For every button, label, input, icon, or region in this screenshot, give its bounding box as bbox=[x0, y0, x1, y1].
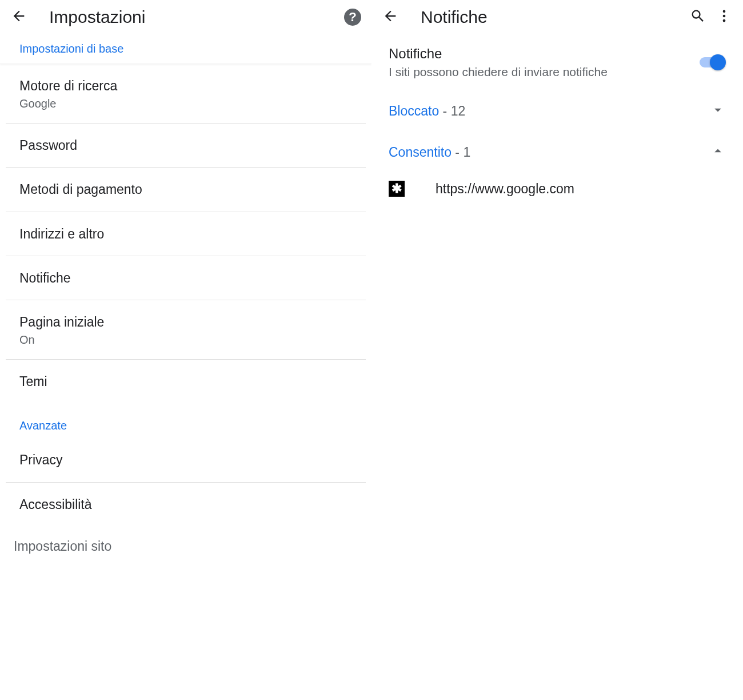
notifications-switch[interactable] bbox=[697, 54, 726, 70]
row-title: Metodi di pagamento bbox=[19, 180, 352, 198]
row-title: Temi bbox=[19, 372, 352, 391]
site-favicon-icon: ✱ bbox=[389, 181, 405, 197]
toggle-title: Notifiche bbox=[389, 46, 697, 62]
blocked-count: 12 bbox=[451, 104, 466, 118]
row-title: Accessibilità bbox=[19, 495, 352, 514]
row-search-engine[interactable]: Motore di ricerca Google bbox=[6, 64, 366, 124]
blocked-text: Bloccato bbox=[389, 104, 439, 118]
chevron-down-icon bbox=[710, 102, 726, 120]
settings-pane: Impostazioni ? Impostazioni di base Moto… bbox=[0, 0, 372, 700]
allowed-text: Consentito bbox=[389, 145, 452, 160]
arrow-back-icon bbox=[382, 8, 398, 26]
row-title: Indirizzi e altro bbox=[19, 225, 352, 243]
settings-list-basic: Motore di ricerca Google Password Metodi… bbox=[0, 64, 372, 403]
svg-point-1 bbox=[723, 15, 726, 18]
search-button[interactable] bbox=[685, 4, 711, 30]
help-button[interactable]: ? bbox=[339, 4, 366, 30]
svg-point-0 bbox=[723, 10, 726, 13]
page-title: Impostazioni bbox=[49, 7, 339, 27]
site-url: https://www.google.com bbox=[436, 181, 574, 197]
row-value: On bbox=[19, 333, 352, 347]
row-title: Password bbox=[19, 136, 352, 154]
row-password[interactable]: Password bbox=[6, 124, 366, 168]
more-vert-icon bbox=[716, 8, 732, 26]
blocked-group[interactable]: Bloccato - 12 bbox=[372, 90, 743, 132]
chevron-up-icon bbox=[710, 143, 726, 161]
row-title: Privacy bbox=[19, 451, 352, 469]
row-title: Notifiche bbox=[19, 269, 352, 287]
notifications-pane: Notifiche Notifiche I siti possono chied… bbox=[372, 0, 743, 700]
help-icon: ? bbox=[344, 9, 361, 26]
back-button[interactable] bbox=[6, 4, 32, 30]
allowed-group[interactable]: Consentito - 1 bbox=[372, 132, 743, 173]
row-title: Motore di ricerca bbox=[19, 77, 352, 95]
more-button[interactable] bbox=[711, 4, 737, 30]
svg-point-2 bbox=[723, 19, 726, 22]
row-value: Google bbox=[19, 97, 352, 110]
row-site-settings[interactable]: Impostazioni sito bbox=[0, 526, 372, 554]
back-button[interactable] bbox=[377, 4, 404, 30]
arrow-back-icon bbox=[11, 8, 27, 26]
blocked-label: Bloccato - 12 bbox=[389, 104, 710, 119]
settings-appbar: Impostazioni ? bbox=[0, 0, 372, 34]
page-title: Notifiche bbox=[421, 7, 685, 27]
switch-thumb bbox=[710, 54, 726, 70]
row-title: Pagina iniziale bbox=[19, 313, 352, 331]
row-payment-methods[interactable]: Metodi di pagamento bbox=[6, 168, 366, 212]
row-notifications[interactable]: Notifiche bbox=[6, 256, 366, 300]
section-header-advanced: Avanzate bbox=[0, 403, 372, 438]
notifications-appbar: Notifiche bbox=[372, 0, 743, 34]
row-addresses[interactable]: Indirizzi e altro bbox=[6, 212, 366, 256]
row-themes[interactable]: Temi bbox=[6, 360, 366, 403]
row-homepage[interactable]: Pagina iniziale On bbox=[6, 300, 366, 360]
section-header-basic: Impostazioni di base bbox=[0, 34, 372, 64]
search-icon bbox=[690, 8, 706, 26]
toggle-subtitle: I siti possono chiedere di inviare notif… bbox=[389, 65, 697, 79]
allowed-label: Consentito - 1 bbox=[389, 145, 710, 160]
row-privacy[interactable]: Privacy bbox=[6, 438, 366, 482]
settings-list-advanced: Privacy Accessibilità bbox=[0, 438, 372, 526]
site-row[interactable]: ✱ https://www.google.com bbox=[372, 173, 743, 205]
notifications-toggle-row[interactable]: Notifiche I siti possono chiedere di inv… bbox=[372, 34, 743, 90]
row-accessibility[interactable]: Accessibilità bbox=[6, 483, 366, 526]
toggle-texts: Notifiche I siti possono chiedere di inv… bbox=[389, 46, 697, 79]
allowed-count: 1 bbox=[463, 145, 470, 160]
